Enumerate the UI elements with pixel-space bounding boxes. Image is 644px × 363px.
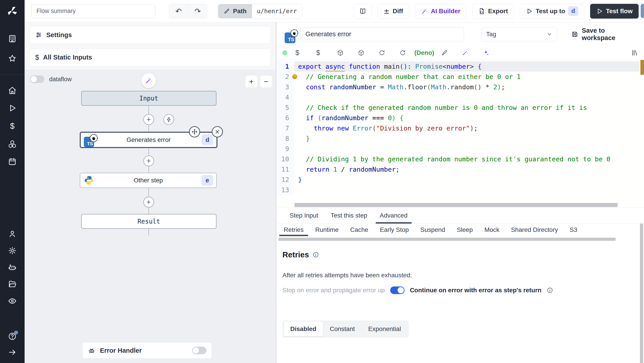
- panel-vertical-scrollbar[interactable]: [640, 224, 643, 363]
- code-line[interactable]: 4: [276, 92, 640, 103]
- favorites-star-icon[interactable]: [8, 54, 17, 63]
- continue-on-error-label[interactable]: Continue on error with error as step's r…: [410, 287, 542, 294]
- code-line[interactable]: 12}: [276, 175, 640, 185]
- save-to-workspace-button[interactable]: Save to workspace: [571, 27, 638, 42]
- retry-mode-disabled[interactable]: Disabled: [284, 322, 323, 336]
- code-line[interactable]: 8 }: [276, 133, 640, 144]
- deno-runtime-label: (Deno): [414, 49, 434, 56]
- diff-button[interactable]: ±Diff: [378, 4, 409, 19]
- variables-dollar-icon[interactable]: $: [8, 122, 17, 131]
- redo-button[interactable]: ↷: [188, 4, 207, 18]
- flow-node-input[interactable]: Input: [81, 91, 216, 106]
- code-line[interactable]: 13: [276, 185, 640, 195]
- delete-step-button[interactable]: [212, 126, 223, 137]
- step-name-input[interactable]: [300, 27, 464, 41]
- code-line[interactable]: 9: [276, 144, 640, 154]
- subtabs-horizontal-scrollbar[interactable]: [278, 238, 616, 241]
- subtab-suspend[interactable]: Suspend: [414, 224, 451, 236]
- lightbulb-icon[interactable]: [292, 74, 297, 79]
- path-group[interactable]: Path u/henri/err: [218, 4, 302, 18]
- subtab-runtime[interactable]: Runtime: [310, 224, 344, 236]
- code-line[interactable]: 5 // Check if the generated random numbe…: [276, 103, 640, 113]
- info-icon[interactable]: [312, 252, 319, 258]
- ai-flow-wand-button[interactable]: [141, 73, 156, 88]
- add-step-button[interactable]: [143, 197, 154, 207]
- reload-icon[interactable]: [378, 50, 399, 56]
- ai-builder-button[interactable]: AI Builder: [415, 4, 466, 19]
- library-assets-icon[interactable]: [631, 49, 638, 56]
- zoom-in-button[interactable]: +: [245, 75, 258, 88]
- workspace-building-icon[interactable]: [8, 34, 17, 43]
- collapse-sidebar-arrow-icon[interactable]: [8, 348, 17, 357]
- subtab-mock[interactable]: Mock: [478, 224, 505, 236]
- format-brush-icon[interactable]: [441, 50, 462, 56]
- add-trigger-bolt-button[interactable]: [164, 114, 174, 125]
- chevron-down-icon: [546, 31, 552, 37]
- tab-step-input[interactable]: Step Input: [283, 208, 324, 223]
- flow-summary-input[interactable]: [31, 4, 156, 18]
- tab-advanced[interactable]: Advanced: [374, 208, 414, 223]
- ai-robot-icon[interactable]: [8, 263, 17, 272]
- error-handler-toggle[interactable]: [192, 347, 206, 354]
- runs-play-icon[interactable]: [8, 104, 17, 113]
- ai-sparkles-icon[interactable]: [482, 50, 503, 56]
- wand-icon: [421, 8, 428, 15]
- export-button[interactable]: Export: [472, 4, 514, 19]
- user-icon[interactable]: [8, 229, 17, 238]
- continue-on-error-toggle[interactable]: [390, 286, 404, 294]
- schedules-calendar-icon[interactable]: [8, 157, 17, 166]
- flow-node-other-step[interactable]: Other step e: [80, 173, 217, 188]
- overview-warning-marker: [640, 60, 644, 75]
- subtab-shared-directory[interactable]: Shared Directory: [505, 224, 564, 236]
- code-line[interactable]: 10 // Dividing 1 by the generated random…: [276, 154, 640, 164]
- flow-settings-card[interactable]: Settings: [30, 26, 270, 44]
- info-icon[interactable]: [547, 287, 553, 293]
- code-line[interactable]: 2 // Generating a random number that can…: [276, 72, 640, 82]
- move-step-button[interactable]: [189, 126, 200, 137]
- code-line[interactable]: 11 return 1 / randomNumber;: [276, 164, 640, 175]
- package-icon[interactable]: [337, 50, 358, 56]
- diff-icon: ±: [384, 7, 390, 16]
- test-up-to-button[interactable]: Test up tod: [520, 4, 584, 19]
- add-step-button[interactable]: [143, 114, 154, 125]
- code-line[interactable]: 3 const randomNumber = Math.floor(Math.r…: [276, 82, 640, 92]
- flow-node-result[interactable]: Result: [81, 214, 216, 229]
- subtab-s3[interactable]: S3: [564, 224, 583, 236]
- editor-horizontal-scrollbar[interactable]: [294, 203, 618, 207]
- resources-dollar-icon[interactable]: $: [316, 49, 337, 57]
- package-icon[interactable]: [358, 50, 378, 56]
- retry-mode-exponential[interactable]: Exponential: [362, 322, 408, 336]
- settings-gear-icon[interactable]: [8, 246, 17, 255]
- all-static-inputs-card[interactable]: $ All Static Inputs: [30, 48, 270, 66]
- error-handler-card[interactable]: Error Handler: [82, 342, 212, 359]
- zoom-out-button[interactable]: −: [260, 75, 272, 88]
- dataflow-toggle[interactable]: [30, 75, 44, 83]
- stop-on-error-label[interactable]: Stop on error and propagate error up: [282, 287, 385, 294]
- docs-book-button[interactable]: [354, 4, 372, 19]
- ai-wand-icon[interactable]: [462, 50, 482, 56]
- subtab-early-stop[interactable]: Early Stop: [374, 224, 414, 236]
- step-node-label: Generates error: [126, 136, 171, 143]
- code-line[interactable]: 1export async function main(): Promise<n…: [276, 61, 640, 72]
- variables-dollar-icon[interactable]: $: [296, 49, 316, 57]
- undo-button[interactable]: ↶: [169, 4, 188, 18]
- tab-test-this-step[interactable]: Test this step: [324, 208, 374, 223]
- retry-mode-constant[interactable]: Constant: [323, 322, 362, 336]
- help-icon[interactable]: [8, 332, 17, 341]
- retries-title: Retries: [282, 250, 309, 259]
- code-editor[interactable]: 1export async function main(): Promise<n…: [276, 60, 644, 207]
- subtab-retries[interactable]: Retries: [278, 224, 310, 236]
- code-line[interactable]: 7 throw new Error("Division by zero erro…: [276, 123, 640, 133]
- test-flow-button[interactable]: Test flow: [590, 4, 639, 19]
- subtab-cache[interactable]: Cache: [344, 224, 374, 236]
- code-line[interactable]: 6 if (randomNumber === 0) {: [276, 113, 640, 123]
- home-icon[interactable]: [8, 86, 17, 95]
- subtab-sleep[interactable]: Sleep: [451, 224, 479, 236]
- add-step-button[interactable]: [143, 156, 154, 166]
- audit-eye-icon[interactable]: [8, 296, 17, 305]
- windmill-logo[interactable]: [0, 0, 24, 22]
- resources-cubes-icon[interactable]: [8, 139, 17, 148]
- path-edit-button[interactable]: Path: [218, 4, 252, 18]
- folders-icon[interactable]: [8, 279, 17, 288]
- tag-select[interactable]: Tag: [482, 27, 557, 41]
